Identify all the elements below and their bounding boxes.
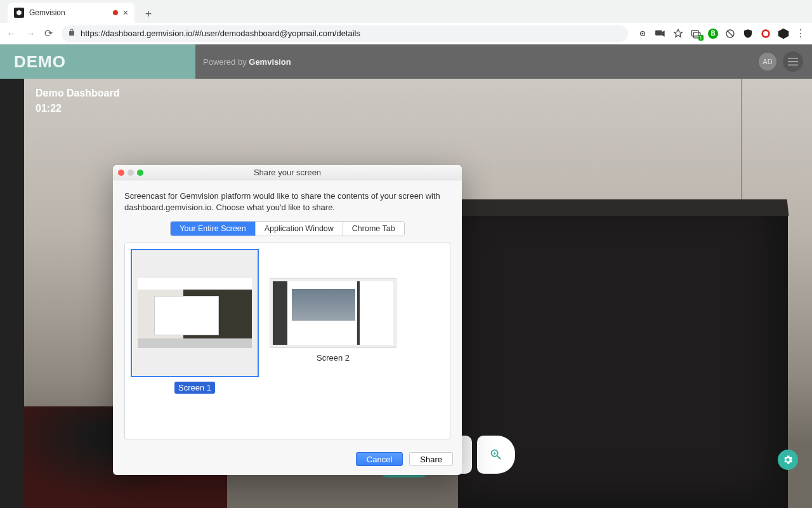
share-button[interactable]: Share — [409, 452, 453, 466]
window-close-icon[interactable] — [118, 170, 124, 176]
svg-point-6 — [763, 30, 769, 37]
extension-icons: 1 B ⋮ — [637, 27, 806, 39]
app-logo: DEMO — [0, 44, 195, 79]
browser-toolbar: ← → ⟳ https://dashboard.gemvision.io/#/u… — [0, 23, 812, 44]
tab-entire-screen[interactable]: Your Entire Screen — [171, 222, 255, 236]
ext-shield-icon[interactable] — [742, 28, 754, 39]
recording-icon — [113, 10, 118, 15]
address-bar[interactable]: https://dashboard.gemvision.io/#/user/de… — [62, 25, 628, 42]
ext-green-icon[interactable]: B — [708, 29, 718, 39]
left-gutter — [0, 79, 24, 508]
screen-label-1: Screen 1 — [174, 382, 215, 394]
dialog-titlebar: Share your screen — [113, 165, 462, 180]
dialog-description: Screencast for Gemvision platform would … — [124, 190, 450, 213]
ext-diamond-icon[interactable] — [778, 28, 789, 39]
browser-tab-active[interactable]: Gemvision × — [8, 3, 134, 23]
window-zoom-icon[interactable] — [137, 170, 143, 176]
powered-by: Powered by Gemvision — [203, 57, 291, 67]
tab-strip: Gemvision × + — [0, 0, 812, 23]
app-header: DEMO Powered by Gemvision AD — [0, 44, 812, 79]
video-stage: Demo Dashboard 01:22 Share your screen S… — [0, 79, 812, 508]
svg-rect-3 — [691, 30, 698, 36]
call-info-overlay: Demo Dashboard 01:22 — [24, 79, 119, 114]
screen-option-2[interactable]: Screen 2 — [270, 250, 396, 432]
star-icon[interactable] — [672, 28, 684, 39]
call-title: Demo Dashboard — [36, 88, 119, 99]
svg-rect-7 — [788, 58, 798, 58]
ext-block-icon[interactable] — [724, 28, 736, 39]
svg-rect-2 — [655, 30, 662, 35]
ext-locate-icon[interactable] — [637, 28, 648, 39]
svg-point-1 — [642, 32, 644, 34]
svg-rect-9 — [788, 65, 798, 65]
ext-red-icon[interactable] — [760, 28, 771, 39]
screen-thumb-1 — [131, 250, 258, 377]
menu-button[interactable] — [783, 51, 803, 72]
screen-option-1[interactable]: Screen 1 — [131, 250, 258, 432]
browser-menu-button[interactable]: ⋮ — [796, 27, 806, 39]
cancel-button[interactable]: Cancel — [356, 452, 403, 466]
share-screen-dialog: Share your screen Screencast for Gemvisi… — [113, 165, 462, 475]
tab-chrome-tab[interactable]: Chrome Tab — [343, 222, 404, 236]
screen-thumbnails: Screen 1 Screen 2 — [124, 243, 450, 439]
dialog-title: Share your screen — [254, 168, 321, 177]
settings-button[interactable] — [778, 450, 798, 470]
svg-rect-8 — [788, 61, 798, 62]
tab-close-button[interactable]: × — [123, 8, 128, 18]
tab-app-window[interactable]: Application Window — [256, 222, 343, 236]
window-minimize-icon — [128, 170, 134, 176]
screen-thumb-2 — [270, 278, 396, 348]
avatar[interactable]: AD — [759, 53, 776, 70]
window-controls — [118, 170, 143, 176]
lock-icon — [68, 29, 75, 38]
forward-button[interactable]: → — [25, 28, 36, 39]
zoom-in-button[interactable] — [477, 436, 515, 474]
call-timer: 01:22 — [36, 103, 119, 114]
tab-title: Gemvision — [29, 8, 108, 17]
ext-tabs-icon[interactable]: 1 — [690, 28, 702, 39]
browser-chrome: Gemvision × + ← → ⟳ https://dashboard.ge… — [0, 0, 812, 44]
url-text: https://dashboard.gemvision.io/#/user/de… — [81, 29, 360, 38]
ext-camera-icon[interactable] — [655, 28, 666, 39]
favicon-icon — [14, 8, 24, 18]
reload-button[interactable]: ⟳ — [44, 27, 53, 39]
back-button[interactable]: ← — [6, 28, 16, 39]
dialog-footer: Cancel Share — [113, 447, 462, 475]
share-mode-tabs: Your Entire Screen Application Window Ch… — [170, 221, 404, 236]
new-tab-button[interactable]: + — [140, 5, 157, 23]
screen-label-2: Screen 2 — [317, 353, 350, 363]
